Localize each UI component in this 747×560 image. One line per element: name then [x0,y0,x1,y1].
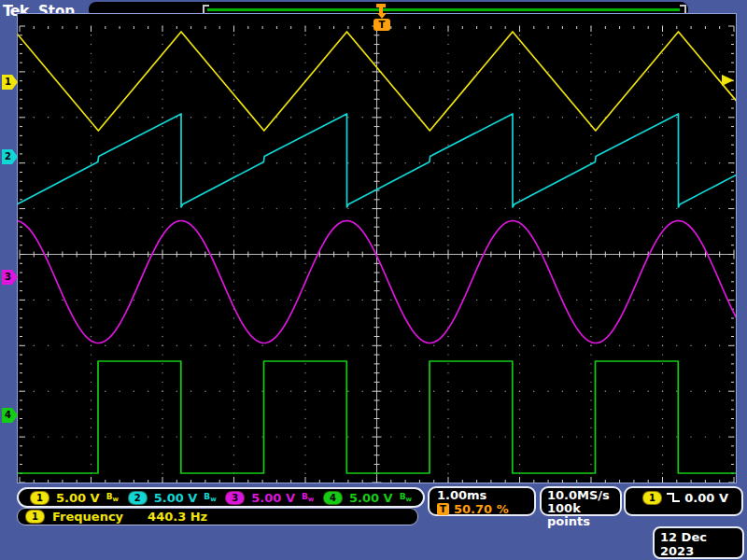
measurement-label: Frequency [52,510,123,524]
trigger-position-flag: T [373,13,391,31]
record-length: 100k points [547,502,620,528]
waveform-display: T [17,13,737,483]
datetime-box: 12 Dec 2023 19:53:42 [653,526,744,559]
ch1-position-marker: 1 [2,75,18,90]
record-length-line [207,8,680,11]
acquisition-readout: 10.0MS/s 100k points [540,486,622,516]
ch3-badge: 3 [225,491,245,505]
ch4-scale: 5.00 V [349,491,393,505]
ch4-position-marker: 4 [2,408,18,423]
bandwidth-limit-icon: Bw [204,492,216,504]
trigger-t-icon: T [437,503,449,515]
horizontal-readout: 1.00ms T 50.70 % [428,486,536,516]
ch2-badge: 2 [128,491,148,505]
waveform-svg [18,14,736,483]
ch2-position-marker: 2 [2,149,18,164]
measurement-value: 440.3 Hz [148,510,207,524]
channel-scale-readouts: 1 5.00 V Bw 2 5.00 V Bw 3 5.00 V Bw 4 5.… [17,487,425,508]
ch3-position-marker: 3 [2,270,18,285]
trigger-t-icon: T [374,19,390,31]
ch1-scale-group: 1 5.00 V Bw [30,491,119,505]
bandwidth-limit-icon: Bw [106,492,119,504]
trigger-position-percent: 50.70 % [454,502,509,516]
ch1-badge: 1 [30,491,49,505]
horizontal-scale: 1.00ms [437,489,534,502]
ch3-scale: 5.00 V [251,491,295,505]
oscilloscope-screen: { "header": { "logo": "Tek", "status": "… [0,0,747,560]
trigger-level: 0.00 V [684,491,728,505]
ch4-badge: 4 [323,491,343,505]
measurement-source-badge: 1 [25,510,45,524]
falling-edge-icon [666,491,681,503]
trigger-readout: 1 0.00 V [624,486,743,516]
date-text: 12 Dec 2023 [660,530,742,558]
measurement-bar: 1 Frequency 440.3 Hz [17,508,418,525]
ch3-scale-group: 3 5.00 V Bw [225,491,314,505]
bandwidth-limit-icon: Bw [400,492,412,504]
trigger-source-badge: 1 [642,491,662,505]
ch2-scale-group: 2 5.00 V Bw [128,491,217,505]
trigger-level-arrow-icon [722,75,734,86]
ch2-scale: 5.00 V [154,491,198,505]
bandwidth-limit-icon: Bw [302,492,314,504]
ch4-scale-group: 4 5.00 V Bw [323,491,412,505]
sample-rate: 10.0MS/s [547,489,620,502]
ch1-scale: 5.00 V [56,491,100,505]
